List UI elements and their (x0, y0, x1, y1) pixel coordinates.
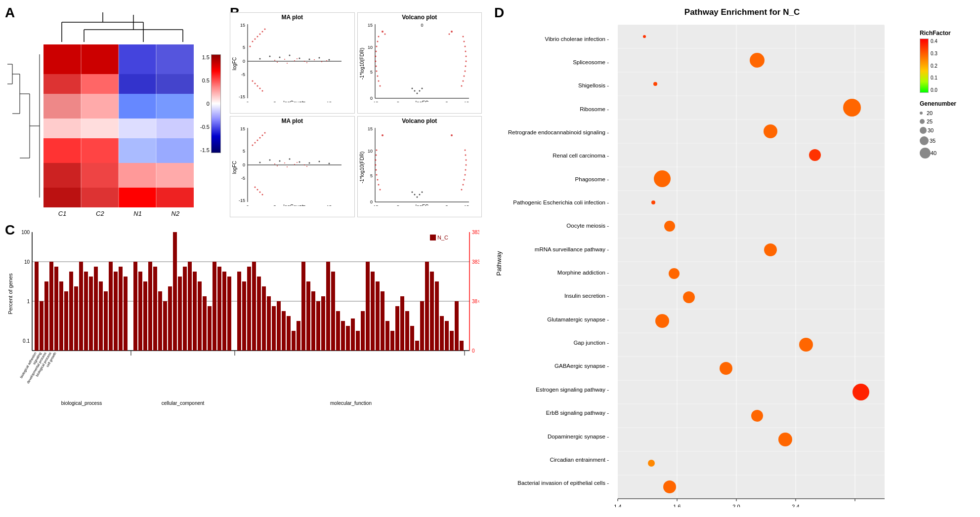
svg-point-155 (259, 192, 261, 193)
pathway-label-18: Circadian entrainment - (550, 457, 609, 463)
volcano-plot-top-title: Volcano plot (358, 13, 482, 22)
svg-text:-1*log10(FDR): -1*log10(FDR) (359, 152, 365, 183)
pathway-label-1: Spliceosome - (573, 59, 609, 65)
svg-text:5: 5 (243, 45, 245, 50)
legend-dot-30 (920, 127, 927, 134)
svg-text:logFC: logFC (415, 100, 428, 102)
svg-point-152 (255, 142, 256, 144)
svg-point-354 (843, 99, 861, 117)
svg-point-165 (306, 166, 307, 167)
svg-point-183 (375, 169, 377, 171)
legend-dot-35 (920, 136, 929, 145)
svg-text:Number of genes: Number of genes (478, 273, 479, 315)
svg-point-190 (463, 179, 465, 181)
svg-point-109 (463, 76, 465, 77)
svg-rect-21 (119, 44, 156, 74)
svg-text:5: 5 (445, 204, 448, 206)
svg-point-157 (255, 187, 256, 188)
svg-text:10: 10 (367, 45, 372, 50)
svg-point-123 (382, 31, 383, 33)
svg-text:0: 0 (370, 199, 372, 204)
svg-rect-325 (430, 235, 436, 240)
svg-rect-275 (272, 306, 276, 351)
colorbar-val-2: 0.5 (202, 78, 210, 83)
genenumber-legend-title: Genenumber (920, 100, 975, 107)
dot-plot-svg: 1.4 1.6 2.0 2.4 -log10(P-Value) (613, 20, 916, 507)
svg-text:5: 5 (370, 173, 372, 178)
svg-point-77 (297, 58, 298, 59)
svg-rect-256 (173, 232, 177, 351)
svg-rect-274 (267, 296, 271, 351)
svg-point-78 (304, 61, 305, 62)
svg-point-60 (257, 36, 258, 38)
svg-text:0: 0 (243, 59, 245, 64)
svg-rect-236 (69, 272, 73, 351)
svg-text:15: 15 (327, 101, 332, 102)
svg-rect-237 (74, 286, 78, 351)
svg-rect-306 (425, 262, 429, 351)
svg-rect-272 (257, 277, 261, 351)
colorbar-val-5: -1.5 (200, 147, 210, 153)
svg-point-121 (411, 88, 413, 89)
svg-point-119 (414, 90, 415, 92)
svg-rect-25 (119, 74, 156, 94)
svg-text:0.1: 0.1 (23, 338, 30, 344)
svg-point-97 (378, 80, 379, 82)
svg-rect-289 (341, 321, 345, 351)
genenumber-val-1: 25 (927, 119, 933, 124)
svg-rect-280 (297, 321, 300, 351)
svg-point-104 (376, 46, 377, 47)
svg-rect-273 (262, 286, 266, 351)
svg-rect-301 (400, 296, 404, 351)
svg-point-110 (464, 71, 466, 72)
svg-text:3831: 3831 (472, 230, 479, 235)
panel-c-label: C (5, 222, 15, 238)
svg-point-103 (375, 51, 377, 52)
legend-dot-40 (920, 148, 931, 159)
svg-point-101 (375, 61, 376, 62)
svg-rect-271 (252, 262, 256, 351)
svg-rect-251 (148, 262, 152, 351)
svg-rect-38 (156, 138, 194, 163)
svg-rect-27 (43, 94, 81, 119)
svg-point-68 (259, 88, 261, 89)
svg-point-189 (462, 184, 464, 186)
svg-rect-242 (99, 281, 103, 351)
svg-point-99 (376, 71, 377, 72)
svg-rect-253 (158, 291, 162, 351)
svg-point-197 (416, 197, 418, 198)
svg-rect-229 (35, 262, 39, 351)
svg-point-69 (262, 90, 263, 92)
svg-rect-299 (390, 331, 394, 351)
svg-rect-288 (336, 311, 340, 351)
richfactor-val-3: 0.1 (931, 75, 937, 80)
pathway-label-8: Oocyte meiosis - (566, 223, 609, 229)
svg-rect-286 (326, 262, 330, 351)
svg-rect-234 (59, 281, 63, 351)
svg-rect-298 (385, 321, 389, 351)
pathway-label-17: Dopaminergic synapse - (548, 434, 609, 439)
svg-point-75 (287, 63, 288, 64)
pathway-label-14: GABAergic synapse - (554, 363, 609, 369)
panel-b: B MA plot (230, 5, 482, 217)
svg-rect-238 (79, 262, 83, 351)
pathway-label-7: Pathogenic Escherichia coli infection - (513, 199, 609, 205)
svg-point-356 (809, 149, 821, 161)
svg-point-67 (257, 85, 258, 87)
svg-point-111 (465, 66, 466, 67)
pathway-label-11: Insulin secretion - (564, 293, 609, 299)
svg-rect-231 (44, 281, 48, 351)
svg-rect-29 (119, 94, 156, 119)
svg-rect-23 (43, 74, 81, 94)
svg-text:-15: -15 (239, 198, 245, 203)
svg-point-200 (411, 192, 413, 193)
svg-rect-261 (198, 281, 202, 351)
svg-point-125 (384, 34, 385, 35)
richfactor-legend-title: RichFactor (920, 30, 975, 37)
svg-rect-45 (119, 188, 156, 207)
svg-text:Percent of genes: Percent of genes (7, 273, 13, 315)
svg-point-102 (375, 56, 376, 57)
svg-point-368 (778, 433, 792, 446)
svg-point-141 (269, 159, 271, 161)
svg-point-195 (465, 155, 466, 156)
